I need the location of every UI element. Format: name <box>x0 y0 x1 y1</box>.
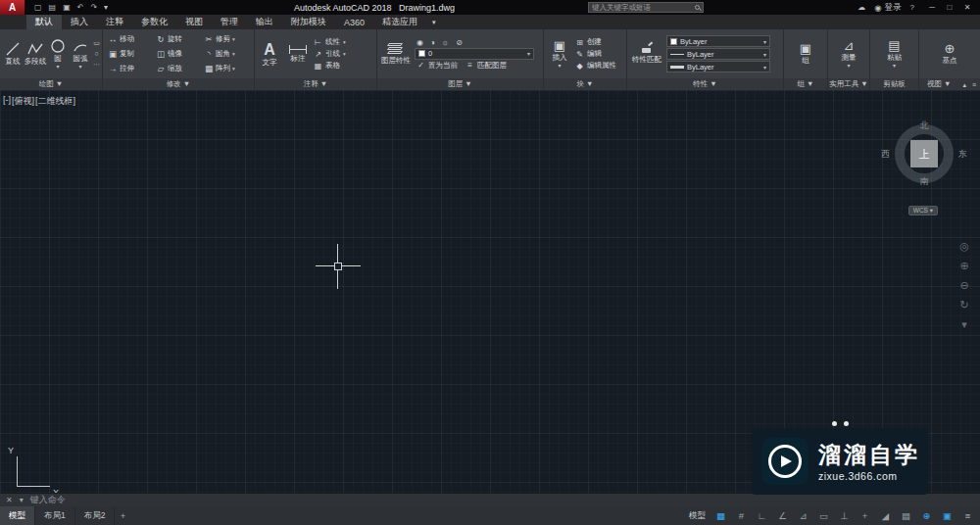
text-button[interactable]: A 文字 <box>257 30 282 77</box>
layer-dropdown[interactable]: 0 ▾ <box>415 48 534 60</box>
viewcube[interactable]: 北 南 西 东 上 <box>893 122 956 185</box>
zoom-in-icon[interactable]: ⊕ <box>959 261 968 271</box>
orbit-icon[interactable]: ↻ <box>959 300 968 310</box>
panel-footer-block[interactable]: 块 ▼ <box>544 78 626 90</box>
qat-dropdown-icon[interactable]: ▾ <box>104 3 108 12</box>
new-file-icon[interactable]: ▢ <box>34 3 42 12</box>
wcs-dropdown[interactable]: WCS ▾ <box>908 206 938 215</box>
signin-button[interactable]: ◉ 登录 <box>874 2 901 14</box>
dynamic-input-icon[interactable]: ▭ <box>813 510 834 521</box>
polyline-button[interactable]: 多段线 <box>24 30 46 77</box>
dimension-button[interactable]: 标注 <box>284 30 312 77</box>
panel-footer-properties[interactable]: 特性 ▼ <box>627 78 783 90</box>
group-button[interactable]: ▣ 组 <box>800 30 811 77</box>
command-close-icon[interactable]: ✕ <box>6 496 13 504</box>
tab-featured-apps[interactable]: 精选应用 <box>373 15 426 29</box>
tab-addins[interactable]: 附加模块 <box>282 15 335 29</box>
viewcube-west[interactable]: 西 <box>881 148 890 161</box>
layer-lock-icon[interactable]: ⊘ <box>456 38 463 47</box>
a360-cloud-icon[interactable]: ☁ <box>858 3 865 12</box>
isolate-objects-icon[interactable]: ▣ <box>937 510 957 521</box>
tab-a360[interactable]: A360 <box>335 15 373 29</box>
fillet-button[interactable]: ◝ 圆角 ▾ <box>204 49 252 59</box>
panel-footer-group[interactable]: 组 ▼ <box>784 78 827 90</box>
tab-overflow-icon[interactable]: ▾ <box>426 15 442 29</box>
linetype-dropdown[interactable]: ByLayer ▾ <box>666 48 770 60</box>
tab-view[interactable]: 视图 <box>176 15 212 29</box>
customization-icon[interactable]: ≡ <box>957 510 978 521</box>
panel-footer-utilities[interactable]: 实用工具 ▼ <box>828 78 869 90</box>
paste-button[interactable]: ▤ 粘贴 ▾ <box>887 30 902 77</box>
chevron-down-icon[interactable]: ▾ <box>343 51 346 57</box>
layer-thaw-icon[interactable]: ☼ <box>442 38 449 47</box>
match-layer-button[interactable]: ≡ 匹配图层 <box>466 61 507 71</box>
viewcube-south[interactable]: 南 <box>920 175 929 188</box>
rotate-button[interactable]: ↻ 旋转 <box>156 34 204 44</box>
command-line[interactable]: ✕ ▾ 键入命令 <box>0 493 980 506</box>
object-color-dropdown[interactable]: ByLayer ▾ <box>666 35 770 47</box>
leader-button[interactable]: ↗ 引线 ▾ <box>314 49 346 59</box>
polar-tracking-icon[interactable]: ∠ <box>772 510 793 521</box>
application-menu-button[interactable]: A <box>0 0 24 15</box>
new-layout-icon[interactable]: + <box>115 511 130 521</box>
stretch-button[interactable]: → 拉伸 <box>108 64 156 73</box>
chevron-down-icon[interactable]: ▾ <box>558 64 561 69</box>
tab-parametric[interactable]: 参数化 <box>132 15 176 29</box>
chevron-down-icon[interactable]: ▾ <box>78 65 81 70</box>
annotation-scale-icon[interactable]: ◢ <box>875 510 896 521</box>
more-draw-tools-icon[interactable]: ⋯ <box>93 61 100 69</box>
arc-button[interactable]: 圆弧 ▾ <box>70 30 91 77</box>
chevron-down-icon[interactable]: ▾ <box>232 36 235 42</box>
save-icon[interactable]: ▣ <box>63 3 71 12</box>
ribbon-options-icon[interactable]: ≡ <box>972 81 976 89</box>
isometric-drafting-icon[interactable]: ⊿ <box>793 510 813 521</box>
chevron-down-icon[interactable]: ▾ <box>343 39 346 45</box>
layer-on-icon[interactable]: ◉ <box>416 38 423 47</box>
layout-tab-model[interactable]: 模型 <box>0 506 35 525</box>
mirror-button[interactable]: ◫ 镜像 <box>156 49 204 59</box>
move-button[interactable]: ↔ 移动 <box>108 34 156 44</box>
make-current-button[interactable]: ✓ 置为当前 <box>416 61 458 71</box>
view-control[interactable]: [俯视] <box>12 95 34 108</box>
panel-footer-modify[interactable]: 修改 ▼ <box>103 78 254 90</box>
panel-footer-clipboard[interactable]: 剪贴板 <box>870 78 918 90</box>
base-point-button[interactable]: ⊕ 基点 <box>943 30 957 77</box>
ribbon-collapse-icon[interactable]: ▴ <box>962 81 966 89</box>
chevron-down-icon[interactable]: ▾ <box>56 65 59 70</box>
workspace-switching-icon[interactable]: ▤ <box>896 510 916 521</box>
recent-commands-icon[interactable]: ▾ <box>20 496 24 504</box>
ellipse-icon[interactable]: ○ <box>94 50 98 58</box>
viewport-menu-control[interactable]: [-] <box>3 95 11 108</box>
rectangle-icon[interactable]: ▭ <box>93 39 100 47</box>
snap-mode-icon[interactable]: # <box>731 510 752 521</box>
tab-output[interactable]: 输出 <box>247 15 282 29</box>
match-properties-button[interactable]: 特性匹配 <box>629 30 664 77</box>
redo-icon[interactable]: ↷ <box>90 3 97 12</box>
layer-properties-button[interactable]: 图层特性 <box>379 30 413 77</box>
object-snap-icon[interactable]: ⊥ <box>834 510 855 521</box>
circle-button[interactable]: 圆 ▾ <box>47 30 69 77</box>
visual-style-control[interactable]: [二维线框] <box>35 95 75 108</box>
linear-dimension-button[interactable]: ⊢ 线性 ▾ <box>314 37 346 47</box>
viewcube-east[interactable]: 东 <box>958 148 967 161</box>
edit-block-button[interactable]: ✎ 编辑 <box>575 49 616 59</box>
zoom-out-icon[interactable]: ⊖ <box>959 280 968 291</box>
navigation-wheel-icon[interactable]: ◎ <box>959 241 969 252</box>
panel-footer-layers[interactable]: 图层 ▼ <box>377 78 543 90</box>
scale-button[interactable]: ▱ 缩放 <box>156 64 204 73</box>
layout-tab-layout1[interactable]: 布局1 <box>35 506 75 525</box>
open-file-icon[interactable]: ▤ <box>49 3 57 12</box>
tab-default[interactable]: 默认 <box>26 15 62 29</box>
tab-manage[interactable]: 管理 <box>212 15 247 29</box>
help-search-input[interactable]: 键入关键字或短语 <box>588 2 704 13</box>
line-button[interactable]: 直线 <box>2 30 24 77</box>
maximize-icon[interactable]: □ <box>941 3 958 12</box>
grid-icon[interactable]: ▦ <box>710 510 731 521</box>
viewcube-north[interactable]: 北 <box>920 119 929 132</box>
undo-icon[interactable]: ↶ <box>77 3 84 12</box>
layout-tab-layout2[interactable]: 布局2 <box>75 506 116 525</box>
edit-attributes-button[interactable]: ◆ 编辑属性 <box>575 61 616 71</box>
tab-insert[interactable]: 插入 <box>62 15 97 29</box>
search-icon[interactable] <box>695 5 700 10</box>
object-snap-tracking-icon[interactable]: + <box>855 510 875 521</box>
